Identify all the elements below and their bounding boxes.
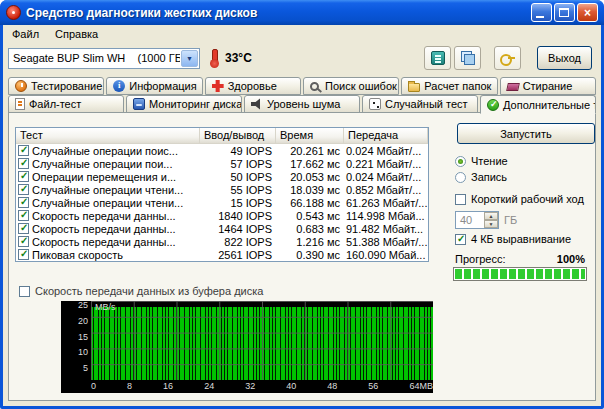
tab-disk-monitor[interactable]: Мониторинг диска [126, 95, 242, 113]
buffer-speed-row[interactable]: Скорость передачи данных из буфера диска [19, 285, 263, 297]
column-header[interactable]: Передача [344, 128, 428, 144]
io-value: 50 IOPS [200, 171, 276, 183]
chevron-down-icon[interactable]: ▼ [181, 50, 198, 67]
table-row[interactable]: Скорость передачи данны...1464 IOPS0.683… [16, 222, 428, 235]
keys-icon [500, 51, 516, 65]
close-button[interactable]: × [577, 3, 598, 22]
test-name: Случайные операции пои... [32, 158, 172, 170]
table-row[interactable]: Случайные операции поис...49 IOPS20.261 … [16, 144, 428, 157]
row-checkbox[interactable] [18, 184, 29, 195]
x-tick-label: 0 [91, 381, 96, 393]
align-4k-checkbox[interactable] [455, 234, 466, 245]
tab-info[interactable]: Информация [106, 77, 202, 95]
transfer-value: 114.998 Мбай... [344, 210, 428, 222]
gauge-icon [15, 80, 27, 92]
stepper-down-icon[interactable]: ▼ [484, 220, 498, 228]
stepper-up-icon[interactable]: ▲ [484, 212, 498, 220]
drive-select-value: Seagate BUP Slim WH (1000 ГБ) [9, 52, 180, 64]
write-radio-label: Запись [471, 171, 507, 183]
start-button[interactable]: Запустить [457, 123, 595, 144]
row-checkbox[interactable] [18, 223, 29, 234]
health-cross-icon [212, 80, 224, 92]
test-name: Случайные операции чтени... [32, 184, 183, 196]
column-header[interactable]: Тест [16, 128, 200, 144]
tab-label: Поиск ошибок [325, 80, 397, 92]
tab-label: Расчет папок [424, 80, 491, 92]
read-mode-row[interactable]: Чтение [455, 155, 508, 167]
tab-eraser[interactable]: Стирание [500, 77, 596, 95]
chart-y-axis: 252015105 [61, 301, 91, 380]
align-4k-row[interactable]: 4 КБ выравнивание [455, 233, 571, 245]
time-value: 20.053 мс [276, 171, 344, 183]
row-checkbox[interactable] [18, 145, 29, 156]
io-value: 15 IOPS [200, 197, 276, 209]
progress-bar-fill [455, 269, 585, 279]
read-radio[interactable] [455, 156, 466, 167]
x-tick-label: 56 [368, 381, 378, 393]
short-stroke-row[interactable]: Короткий рабочий ход [455, 193, 584, 205]
maximize-button[interactable] [554, 3, 575, 22]
test-name: Скорость передачи данны... [32, 223, 176, 235]
tab-search[interactable]: Поиск ошибок [303, 77, 399, 95]
tab-label: Мониторинг диска [149, 98, 242, 110]
capacity-unit-label: ГБ [504, 214, 517, 226]
column-header[interactable]: Время [276, 128, 344, 144]
align-4k-label: 4 КБ выравнивание [471, 233, 571, 245]
titlebar: Средство диагностики жестких дисков × [0, 0, 604, 25]
transfer-value: 0.852 Мбайт/... [344, 184, 428, 196]
tab-label: Здоровье [228, 80, 277, 92]
test-cell: Случайные операции поис... [16, 145, 200, 157]
tab-label: Информация [129, 80, 196, 92]
test-name: Пиковая скорость [32, 249, 123, 261]
row-checkbox[interactable] [18, 158, 29, 169]
table-row[interactable]: Пиковая скорость2561 IOPS0.390 мс160.090… [16, 248, 428, 261]
tab-gauge[interactable]: Тестирование [8, 77, 104, 95]
tab-file-test[interactable]: Файл-тест [8, 95, 124, 113]
table-row[interactable]: Случайные операции чтени...55 IOPS18.039… [16, 183, 428, 196]
minimize-button[interactable] [531, 3, 552, 22]
row-checkbox[interactable] [18, 249, 29, 260]
table-row[interactable]: Операции перемещения и...50 IOPS20.053 м… [16, 170, 428, 183]
transfer-value: 91.482 Мбайт... [344, 223, 428, 235]
io-value: 2561 IOPS [200, 249, 276, 261]
drive-select[interactable]: Seagate BUP Slim WH (1000 ГБ) ▼ [8, 48, 200, 69]
tab-folder[interactable]: Расчет папок [401, 77, 497, 95]
table-row[interactable]: Скорость передачи данны...822 IOPS1.216 … [16, 235, 428, 248]
capacity-stepper[interactable]: 40 ▲ ▼ [455, 211, 499, 229]
y-tick-label: 20 [78, 316, 88, 326]
table-row[interactable]: Скорость передачи данны...1840 IOPS0.543… [16, 209, 428, 222]
minimize-icon [536, 16, 544, 18]
menu-file[interactable]: Файл [4, 26, 47, 42]
test-name: Операции перемещения и... [32, 171, 176, 183]
row-checkbox[interactable] [18, 171, 29, 182]
transfer-value: 51.388 Мбайт/... [344, 236, 428, 248]
tab-health-cross[interactable]: Здоровье [205, 77, 301, 95]
transfer-value: 160.090 Мбай... [344, 249, 428, 261]
column-header[interactable]: Ввод/вывод [200, 128, 276, 144]
write-radio[interactable] [455, 172, 466, 183]
table-row[interactable]: Случайные операции пои...57 IOPS17.662 м… [16, 157, 428, 170]
keys-button[interactable] [494, 46, 521, 70]
short-stroke-checkbox[interactable] [455, 194, 466, 205]
random-test-icon [369, 98, 381, 110]
tab-label: Случайный тест [385, 98, 468, 110]
row-checkbox[interactable] [18, 210, 29, 221]
menu-help[interactable]: Справка [47, 26, 106, 42]
io-value: 57 IOPS [200, 158, 276, 170]
exit-button[interactable]: Выход [537, 46, 592, 70]
tab-label: Тестирование [31, 80, 102, 92]
row-checkbox[interactable] [18, 197, 29, 208]
progress-label-row: Прогресс: 100% [455, 253, 585, 265]
table-row[interactable]: Случайные операции чтени...15 IOPS66.188… [16, 196, 428, 209]
clipboard-button[interactable] [424, 46, 451, 70]
buffer-speed-checkbox[interactable] [19, 286, 30, 297]
write-mode-row[interactable]: Запись [455, 171, 507, 183]
copy-button[interactable] [454, 46, 481, 70]
tab-random-test[interactable]: Случайный тест [362, 95, 478, 113]
tab-extra-tests[interactable]: Дополнительные тесты [480, 95, 596, 114]
chart-x-axis: 0816243240485664MB [91, 380, 433, 393]
time-value: 18.039 мс [276, 184, 344, 196]
row-checkbox[interactable] [18, 236, 29, 247]
info-icon [113, 80, 125, 92]
tab-speaker[interactable]: Уровень шума [244, 95, 360, 113]
